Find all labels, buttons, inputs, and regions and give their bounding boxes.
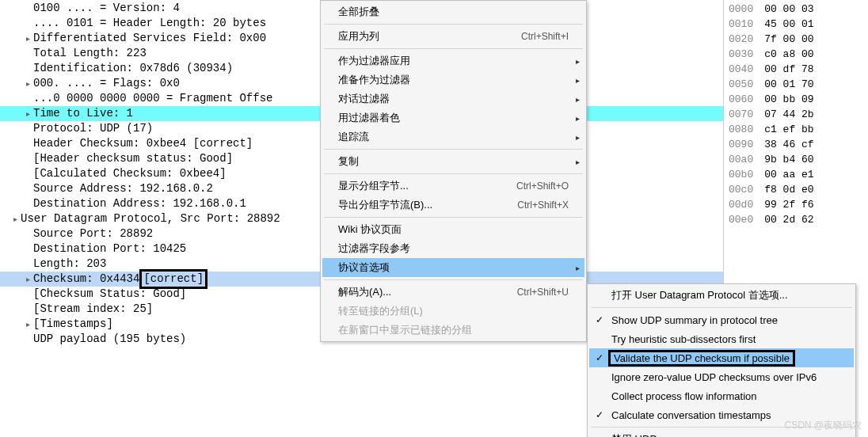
expand-icon[interactable]	[22, 317, 33, 332]
menu-separator	[324, 217, 583, 218]
hex-bytes: 99 2f f6	[764, 199, 813, 211]
hex-row[interactable]: 004000 df 78	[729, 62, 868, 77]
tree-text: 0100 .... = Version: 4	[33, 1, 180, 16]
tree-text: Source Port: 28892	[33, 226, 153, 241]
chevron-right-icon: ▸	[576, 95, 580, 104]
tree-text: Total Length: 223	[33, 46, 147, 61]
scrollbar-thumb[interactable]	[723, 0, 724, 150]
expand-icon[interactable]	[10, 211, 21, 226]
menu-apply-as-column[interactable]: 应用为列Ctrl+Shift+I	[322, 27, 584, 46]
hex-row[interactable]: 00d099 2f f6	[729, 197, 868, 212]
hex-row[interactable]: 0030c0 a8 00	[729, 47, 868, 62]
hex-bytes: c1 ef bb	[764, 124, 813, 135]
tree-text: [Calculated Checksum: 0xbee4]	[33, 166, 227, 181]
menu-colorize-filter[interactable]: 用过滤器着色▸	[322, 108, 584, 127]
menu-separator	[324, 173, 583, 174]
menu-follow-stream[interactable]: 追踪流▸	[322, 127, 584, 146]
hex-row[interactable]: 00a09b b4 60	[729, 152, 868, 167]
tree-text: [Checksum Status: Good]	[33, 287, 186, 302]
hex-address: 0060	[729, 93, 753, 105]
tree-text: Header Checksum: 0xbee4 [correct]	[33, 136, 253, 151]
hex-bytes: 07 44 2b	[764, 108, 813, 120]
tree-text: [Header checksum status: Good]	[33, 151, 233, 166]
menu-copy[interactable]: 复制▸	[322, 152, 584, 171]
hex-address: 00d0	[729, 199, 753, 211]
context-menu: 全部折叠 应用为列Ctrl+Shift+I 作为过滤器应用▸ 准备作为过滤器▸ …	[320, 0, 587, 342]
tree-text: Identification: 0x78d6 (30934)	[33, 61, 233, 76]
hex-row[interactable]: 00207f 00 00	[729, 32, 868, 47]
hex-address: 0010	[729, 18, 753, 30]
menu-filter-reference[interactable]: 过滤器字段参考	[322, 239, 584, 258]
tree-text: Source Address: 192.168.0.2	[33, 181, 213, 196]
submenu-try-heuristic[interactable]: Try heuristic sub-dissectors first	[589, 329, 854, 348]
menu-show-bytes[interactable]: 显示分组字节...Ctrl+Shift+O	[322, 177, 584, 196]
chevron-right-icon: ▸	[576, 76, 580, 85]
hex-row[interactable]: 00b000 aa e1	[729, 167, 868, 182]
tree-text: Length: 203	[33, 256, 106, 272]
expand-icon[interactable]	[22, 106, 33, 121]
submenu-show-summary[interactable]: ✓Show UDP summary in protocol tree	[589, 310, 854, 329]
menu-apply-as-filter[interactable]: 作为过滤器应用▸	[322, 51, 584, 70]
hex-bytes: 00 bb 09	[764, 93, 813, 105]
menu-prepare-filter[interactable]: 准备作为过滤器▸	[322, 70, 584, 89]
check-icon: ✓	[596, 314, 603, 325]
check-icon: ✓	[596, 352, 603, 363]
tree-text: .... 0101 = Header Length: 20 bytes	[33, 16, 266, 31]
hex-bytes: 00 aa e1	[764, 169, 813, 180]
tree-text: Checksum: 0x4434	[33, 272, 139, 287]
hex-row[interactable]: 0080c1 ef bb	[729, 122, 868, 137]
hex-address: 0040	[729, 63, 753, 75]
menu-conversation-filter[interactable]: 对话过滤器▸	[322, 89, 584, 108]
tree-text: Time to Live: 1	[33, 106, 133, 121]
hex-bytes: 38 46 cf	[764, 139, 813, 150]
hex-row[interactable]: 009038 46 cf	[729, 137, 868, 152]
menu-separator	[324, 48, 583, 49]
hex-bytes: 9b b4 60	[764, 154, 813, 165]
hex-row[interactable]: 005000 01 70	[729, 77, 868, 92]
tree-text: Differentiated Services Field: 0x00	[33, 31, 266, 46]
tree-text: UDP payload (195 bytes)	[33, 332, 186, 347]
chevron-right-icon: ▸	[576, 264, 580, 272]
tree-text: ...0 0000 0000 0000 = Fragment Offse	[33, 91, 272, 106]
submenu-ignore-zero[interactable]: Ignore zero-value UDP checksums over IPv…	[589, 367, 854, 386]
menu-collapse-all[interactable]: 全部折叠	[322, 2, 584, 21]
hex-bytes: 00 df 78	[764, 63, 813, 75]
menu-show-linked: 在新窗口中显示已链接的分组	[322, 321, 584, 340]
menu-protocol-preferences[interactable]: 协议首选项▸	[322, 258, 584, 277]
hex-row[interactable]: 006000 bb 09	[729, 92, 868, 107]
hex-row[interactable]: 001045 00 01	[729, 17, 868, 32]
hex-address: 0080	[729, 124, 753, 135]
expand-icon[interactable]	[22, 31, 33, 46]
watermark: CSDN @夜晓码农	[784, 419, 862, 432]
chevron-right-icon: ▸	[576, 57, 580, 66]
expand-icon[interactable]	[22, 272, 33, 287]
hex-address: 00a0	[729, 154, 753, 165]
hex-address: 00c0	[729, 184, 753, 196]
menu-export-bytes[interactable]: 导出分组字节流(B)...Ctrl+Shift+X	[322, 196, 584, 215]
tree-text: Protocol: UDP (17)	[33, 121, 153, 136]
hex-address: 0090	[729, 139, 753, 150]
hex-bytes: 00 01 70	[764, 78, 813, 90]
hex-row[interactable]: 000000 00 03	[729, 2, 868, 17]
tree-text: Destination Address: 192.168.0.1	[33, 196, 246, 211]
hex-address: 00e0	[729, 214, 753, 226]
submenu-validate-checksum[interactable]: ✓Validate the UDP checksum if possible	[589, 348, 854, 367]
expand-icon[interactable]	[22, 76, 33, 91]
tree-text: User Datagram Protocol, Src Port: 28892	[21, 211, 280, 226]
hex-address: 0070	[729, 108, 753, 120]
chevron-right-icon: ▸	[576, 133, 580, 142]
submenu-collect-flow[interactable]: Collect process flow information	[589, 386, 854, 405]
hex-bytes: f8 0d e0	[764, 184, 813, 196]
menu-separator	[591, 307, 852, 308]
submenu-open-prefs[interactable]: 打开 User Datagram Protocol 首选项...	[589, 286, 854, 305]
menu-separator	[324, 24, 583, 25]
chevron-right-icon: ▸	[576, 114, 580, 123]
hex-row[interactable]: 007007 44 2b	[729, 107, 868, 122]
hex-row[interactable]: 00e000 2d 62	[729, 212, 868, 227]
hex-row[interactable]: 00c0f8 0d e0	[729, 182, 868, 197]
menu-separator	[324, 279, 583, 280]
menu-decode-as[interactable]: 解码为(A)...Ctrl+Shift+U	[322, 283, 584, 302]
tree-text: 000. .... = Flags: 0x0	[33, 76, 180, 91]
protocol-preferences-submenu: 打开 User Datagram Protocol 首选项... ✓Show U…	[587, 283, 856, 437]
menu-wiki-page[interactable]: Wiki 协议页面	[322, 220, 584, 239]
